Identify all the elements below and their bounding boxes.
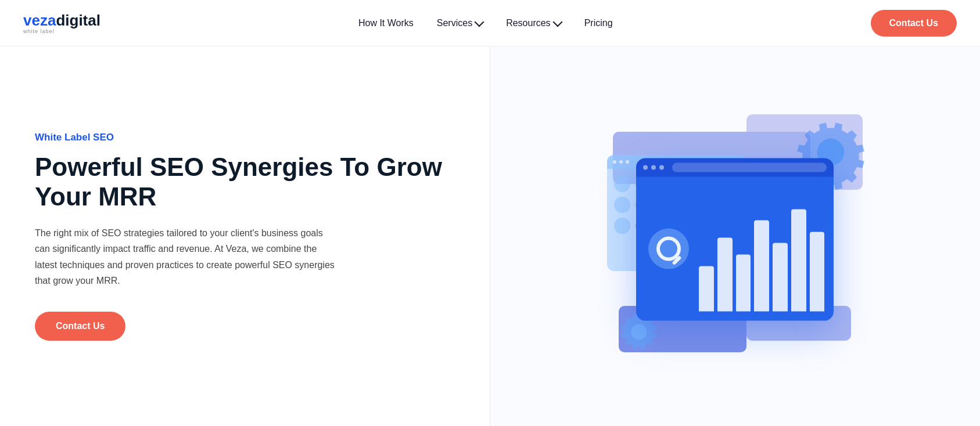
browser-dot-1	[643, 165, 648, 170]
chart-area	[699, 186, 824, 312]
browser-url-bar	[672, 163, 827, 172]
search-circle-inner	[656, 237, 681, 261]
logo-subtitle: white label	[23, 28, 100, 34]
bb-icon-3	[614, 218, 630, 234]
browser-dot-2	[651, 165, 656, 170]
hero-tag: White Label SEO	[35, 132, 455, 143]
search-circle	[648, 229, 689, 269]
nav-link-pricing[interactable]: Pricing	[584, 18, 613, 28]
bb-icon-2	[614, 197, 630, 213]
hero-title: Powerful SEO Synergies To Grow Your MRR	[35, 153, 455, 211]
logo-digital: digital	[56, 12, 100, 30]
chart-bar-7	[810, 232, 825, 311]
chevron-down-icon	[475, 17, 484, 27]
chart-bar-1	[699, 266, 714, 311]
main-browser-window	[636, 158, 834, 321]
browser-topbar	[636, 158, 834, 177]
nav-item-services[interactable]: Services	[437, 18, 483, 28]
chart-bar-6	[791, 209, 806, 311]
hero-illustration	[595, 97, 874, 376]
browser-dot-3	[659, 165, 664, 170]
chart-bar-5	[773, 243, 788, 312]
analytics-icon-area	[645, 186, 692, 312]
hero-description: The right mix of SEO strategies tailored…	[35, 225, 337, 288]
hero-section: White Label SEO Powerful SEO Synergies T…	[0, 46, 980, 426]
logo[interactable]: veza digital white label	[23, 12, 100, 34]
chart-bar-3	[736, 255, 751, 312]
nav-item-resources[interactable]: Resources	[506, 18, 561, 28]
hero-left: White Label SEO Powerful SEO Synergies T…	[0, 46, 490, 426]
browser-body	[636, 177, 834, 321]
hero-right	[490, 46, 981, 426]
hero-contact-button[interactable]: Contact Us	[35, 312, 125, 341]
nav-links: How It Works Services Resources Pricing	[358, 18, 613, 28]
bb-icon-1	[614, 176, 630, 192]
chevron-down-icon-resources	[552, 17, 562, 27]
bb-dot-2	[619, 160, 623, 164]
nav-link-how-it-works[interactable]: How It Works	[358, 18, 414, 28]
navbar: veza digital white label How It Works Se…	[0, 0, 980, 46]
nav-item-pricing[interactable]: Pricing	[584, 18, 613, 28]
search-handle	[672, 255, 682, 265]
logo-veza: veza	[23, 12, 56, 30]
chart-bar-2	[717, 237, 733, 311]
nav-link-resources[interactable]: Resources	[506, 18, 561, 28]
nav-item-how-it-works[interactable]: How It Works	[358, 18, 414, 28]
nav-contact-button[interactable]: Contact Us	[871, 10, 957, 37]
bb-dot-3	[626, 160, 629, 164]
bb-dot-1	[613, 160, 616, 164]
nav-link-services[interactable]: Services	[437, 18, 483, 28]
chart-bar-4	[754, 221, 769, 312]
